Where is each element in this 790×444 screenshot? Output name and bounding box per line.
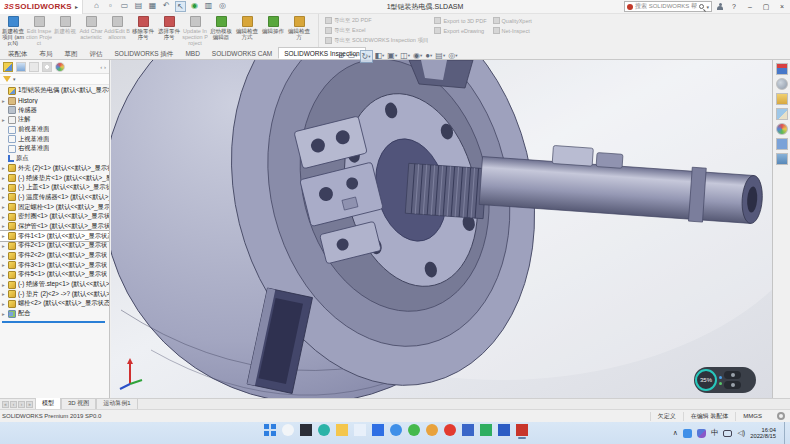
property-manager-tab-icon[interactable] bbox=[16, 62, 26, 72]
ribbon-tab-布局[interactable]: 布局 bbox=[34, 47, 59, 59]
cmd-button-10[interactable]: 编辑操作 bbox=[260, 14, 286, 48]
solidworks-resources-icon[interactable] bbox=[776, 63, 788, 75]
touch-keyboard-icon[interactable] bbox=[723, 430, 732, 437]
tree-item-12[interactable]: ▸固定螺栓<1> (默认<<默认>_显示状 bbox=[0, 202, 109, 212]
tab-scroll-prev-icon[interactable]: ‹ bbox=[10, 401, 17, 408]
appearances-scenes-icon[interactable] bbox=[776, 123, 788, 135]
search-dropdown-icon[interactable]: ▾ bbox=[706, 4, 709, 10]
store-icon[interactable] bbox=[372, 424, 384, 436]
custom-properties-icon[interactable] bbox=[776, 138, 788, 150]
open-icon[interactable]: ▭ bbox=[119, 1, 130, 12]
ribbon-tab-评估[interactable]: 评估 bbox=[84, 47, 109, 59]
undo-icon[interactable]: ↶ bbox=[161, 1, 172, 12]
ribbon-tab-草图[interactable]: 草图 bbox=[59, 47, 84, 59]
tree-item-21[interactable]: ▸(-) 垫片 (2)<2> ->? (默认<<默认>_显 bbox=[0, 289, 109, 299]
taskbar-clock[interactable]: 16:04 2022/8/15 bbox=[750, 427, 776, 440]
export-item[interactable]: Net-Inspect bbox=[493, 27, 532, 34]
ribbon-tab-装配体[interactable]: 装配体 bbox=[2, 47, 34, 59]
help-button[interactable]: ? bbox=[728, 3, 740, 10]
ribbon-tab-SOLIDWORKS CAM[interactable]: SOLIDWORKS CAM bbox=[206, 47, 278, 59]
edge-icon[interactable] bbox=[318, 424, 330, 436]
cmd-button-3[interactable]: Add Characteristic bbox=[78, 14, 104, 48]
tree-item-8[interactable]: ▸外壳 (2)<1> (默认<<默认>_显示状 bbox=[0, 164, 109, 174]
app-green-icon[interactable] bbox=[408, 424, 420, 436]
zoom-fit-icon[interactable]: ⊕ bbox=[337, 50, 346, 63]
tree-item-5[interactable]: 上视基准面 bbox=[0, 134, 109, 144]
widget-button-top[interactable] bbox=[724, 371, 741, 379]
ime-indicator[interactable]: 中 bbox=[711, 428, 719, 438]
tree-item-17[interactable]: ▸零件2<2> (默认<<默认>_显示状 bbox=[0, 251, 109, 261]
tree-item-22[interactable]: ▸螺栓<2> (默认<<默认>_显示状态 bbox=[0, 299, 109, 309]
configuration-manager-tab-icon[interactable] bbox=[29, 62, 39, 72]
ribbon-tab-SOLIDWORKS 插件[interactable]: SOLIDWORKS 插件 bbox=[109, 47, 180, 59]
rollback-bar[interactable] bbox=[2, 321, 105, 323]
widget-button-bottom[interactable] bbox=[724, 381, 741, 389]
view-settings-icon[interactable]: ◎▾ bbox=[447, 50, 458, 63]
search-icon[interactable] bbox=[699, 4, 704, 9]
feature-tree-tab-icon[interactable] bbox=[3, 62, 13, 72]
tree-item-19[interactable]: ▸零件5<1> (默认<<默认>_显示状 bbox=[0, 270, 109, 280]
tree-item-3[interactable]: ▸注解 bbox=[0, 115, 109, 125]
dimxpert-tab-icon[interactable] bbox=[42, 62, 52, 72]
tree-item-16[interactable]: ▸零件2<1> (默认<<默认>_显示状 bbox=[0, 241, 109, 251]
cloud-drive-icon[interactable] bbox=[390, 424, 402, 436]
display-manager-tab-icon[interactable] bbox=[55, 62, 65, 72]
export-item[interactable]: Export eDrawing bbox=[434, 27, 486, 34]
login-icon[interactable] bbox=[716, 3, 724, 11]
tree-item-15[interactable]: ▸零件1<1> (默认<<默认>_显示状态= bbox=[0, 231, 109, 241]
print-icon[interactable]: ▦ bbox=[147, 1, 158, 12]
home-icon[interactable]: ⌂ bbox=[91, 1, 102, 12]
cmd-button-6[interactable]: 选择零件序号 bbox=[156, 14, 182, 48]
tree-item-9[interactable]: ▸(-) 绝缘垫片<1> (默认<<默认>_显示状 bbox=[0, 173, 109, 183]
tab-scroll-last-icon[interactable]: » bbox=[26, 401, 33, 408]
view-orientation-icon[interactable]: ▣▾ bbox=[386, 50, 398, 63]
volume-icon[interactable]: ◁) bbox=[737, 429, 745, 437]
search-input[interactable]: 搜索 SOLIDWORKS 帮助 ▾ bbox=[624, 1, 712, 12]
document-tab-模型[interactable]: 模型 bbox=[35, 398, 61, 409]
solidworks-forum-icon[interactable] bbox=[776, 153, 788, 165]
browser-360-icon[interactable] bbox=[426, 424, 438, 436]
search-icon[interactable] bbox=[282, 424, 294, 436]
hide-show-items-icon[interactable]: ◉▾ bbox=[412, 50, 423, 63]
view-palette-icon[interactable] bbox=[776, 108, 788, 120]
solidworks-taskbar-icon[interactable] bbox=[516, 424, 528, 436]
menu-flyout-icon[interactable]: ▸ bbox=[75, 3, 78, 10]
tab-scroll-first-icon[interactable]: « bbox=[2, 401, 9, 408]
tab-scroll-next-icon[interactable]: › bbox=[18, 401, 25, 408]
file-explorer-icon[interactable] bbox=[776, 93, 788, 105]
select-cursor-icon[interactable]: ↖ bbox=[175, 1, 186, 12]
previous-view-icon[interactable]: ↻▾ bbox=[360, 50, 373, 63]
close-button[interactable]: × bbox=[776, 3, 788, 10]
edit-appearance-icon[interactable]: ●▾ bbox=[424, 50, 433, 63]
tree-filter[interactable]: ▾ bbox=[0, 74, 109, 85]
graphics-viewport[interactable] bbox=[111, 60, 772, 398]
cmd-button-4[interactable]: Add/Edit Balloons bbox=[104, 14, 130, 48]
tree-item-4[interactable]: 前视基准面 bbox=[0, 125, 109, 135]
cmd-button-9[interactable]: 编辑检查方式 bbox=[234, 14, 260, 48]
tree-item-14[interactable]: ▸保护管<1> (默认<<默认>_显示状 bbox=[0, 222, 109, 232]
panel-tab-overflow-icon[interactable]: ‹ › bbox=[100, 64, 106, 70]
file-explorer-icon[interactable] bbox=[336, 424, 348, 436]
tree-item-2[interactable]: 传感器 bbox=[0, 105, 109, 115]
display-style-icon[interactable]: ◫▾ bbox=[399, 50, 411, 63]
cmd-button-1[interactable]: Edit Inspection Project bbox=[26, 14, 52, 48]
task-view-icon[interactable] bbox=[300, 424, 312, 436]
tree-item-10[interactable]: ▸(-) 上盖<1> (默认<<默认>_显示状 bbox=[0, 183, 109, 193]
export-item[interactable]: 导出至 SOLIDWORKS Inspection 项目 bbox=[325, 37, 428, 44]
show-desktop-button[interactable] bbox=[784, 422, 786, 444]
word-icon[interactable] bbox=[498, 424, 510, 436]
onedrive-icon[interactable] bbox=[683, 429, 692, 438]
cmd-button-5[interactable]: 移除零件序号 bbox=[130, 14, 156, 48]
cmd-button-0[interactable]: 新建检查项目 (amp;N) bbox=[0, 14, 26, 48]
tree-item-1[interactable]: ▸History bbox=[0, 96, 109, 106]
tree-item-0[interactable]: 1型铠装热电偶 (默认<默认_显示状态-1> bbox=[0, 86, 109, 96]
apply-scene-icon[interactable]: ▤▾ bbox=[434, 50, 446, 63]
zoom-level-indicator[interactable]: 35% bbox=[695, 369, 717, 391]
filter-dropdown-icon[interactable]: ▾ bbox=[13, 76, 16, 82]
export-item[interactable]: Export to 3D PDF bbox=[434, 17, 486, 24]
assembly-model[interactable] bbox=[111, 60, 772, 398]
tree-item-18[interactable]: ▸零件3<1> (默认<<默认>_显示状 bbox=[0, 260, 109, 270]
start-button[interactable] bbox=[264, 424, 276, 436]
save-icon[interactable]: ▤ bbox=[133, 1, 144, 12]
zoom-area-icon[interactable]: ▭▾ bbox=[347, 50, 359, 63]
